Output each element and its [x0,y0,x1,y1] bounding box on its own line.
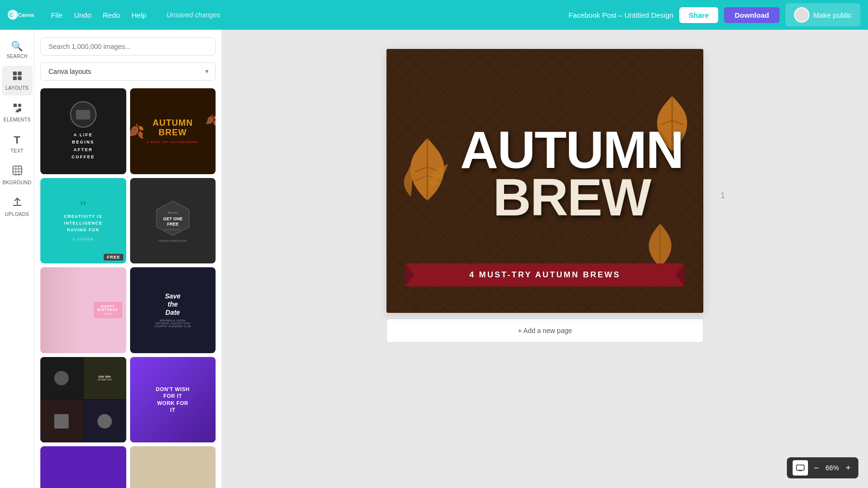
design-title: Facebook Post – Untitled Design [568,11,673,19]
zoom-decrease-button[interactable]: − [812,463,821,473]
svg-rect-7 [13,104,17,107]
svg-rect-11 [13,166,22,175]
presentation-icon[interactable] [793,460,808,476]
svg-rect-3 [13,71,17,75]
search-icon: 🔍 [11,40,23,52]
sidebar-item-label-uploads: UPLOADS [5,212,29,217]
svg-point-8 [18,104,21,107]
zoom-increase-button[interactable]: + [844,463,853,473]
svg-text:Product name here: Product name here [165,228,181,231]
redo-button[interactable]: Redo [98,8,125,22]
make-public-button[interactable]: Make public [785,3,860,26]
share-button[interactable]: Share [679,7,719,23]
layouts-icon [12,71,23,83]
layout-dropdown[interactable]: Canva layouts [40,62,216,81]
template-card[interactable]: A LIFEBEGINSAFTERCOFFEE [40,88,126,174]
sidebar-item-layouts[interactable]: LAYOUTS [2,66,33,95]
sidebar-item-label-elements: ELEMENTS [3,117,30,122]
sidebar-item-text[interactable]: T TEXT [2,129,33,158]
sidebar-item-label-bkground: BKGROUND [2,180,31,185]
page-number: 1 [721,191,725,200]
canvas-design[interactable]: AUTUMN BREW 4 MUST-TRY AUTUMN BREWS [386,49,703,313]
top-nav: File Undo Redo Help [46,8,151,22]
undo-button[interactable]: Undo [69,8,96,22]
canva-logo[interactable]: C Canva [8,8,35,22]
sidebar-item-uploads[interactable]: UPLOADS [2,192,33,222]
svg-text:FREE: FREE [167,222,179,226]
canvas-area: 1 [222,30,868,488]
avatar [794,7,809,23]
leaf-left-decoration [401,129,454,207]
template-card[interactable]: SavetheDate MIRANDA & JASONSATURDAY AUGU… [130,267,216,353]
svg-rect-19 [796,465,804,470]
svg-text:Buy One: Buy One [168,211,178,214]
svg-rect-10 [18,108,21,111]
design-main-text: AUTUMN BREW [460,126,683,221]
svg-rect-5 [13,76,17,80]
layout-dropdown-wrapper: Canva layouts ▼ [40,62,216,81]
search-input[interactable] [40,37,216,56]
sidebar-item-search[interactable]: 🔍 SEARCH [2,36,33,64]
template-card[interactable]: DON'T WISHFOR ITWORK FORIT [130,357,216,443]
zoom-level-display: 66% [825,464,839,472]
sidebar-item-label-layouts: LAYOUTS [5,85,28,91]
brew-text: BREW [460,173,683,221]
unsaved-indicator: Unsaved changes [167,11,220,19]
download-button[interactable]: Download [724,7,780,23]
svg-text:GET ONE: GET ONE [163,216,182,221]
red-banner: 4 MUST-TRY AUTUMN BREWS [406,263,685,286]
template-card[interactable]: Buy One GET ONE FREE Product name here P… [130,178,216,264]
help-menu[interactable]: Help [127,8,151,22]
layouts-panel: Canva layouts ▼ A LIFEBEGINSAFTERCOFFEE … [35,30,222,488]
background-icon [12,165,23,178]
sidebar-item-background[interactable]: BKGROUND [2,160,33,190]
uploads-icon [12,197,23,210]
left-sidebar: 🔍 SEARCH LAYOUTS ELEMENTS T TEXT [0,30,35,488]
free-badge: FREE [104,254,123,261]
svg-rect-6 [18,76,22,80]
sidebar-item-label-search: SEARCH [7,54,27,59]
template-card[interactable]: ALL PROGRESS [40,446,126,488]
template-card[interactable]: AUTUMNBREW A MUST TRY AUTUMN BREW! 🍂 🍂 [130,88,216,174]
svg-rect-4 [18,71,22,75]
elements-icon [12,102,23,115]
canvas-wrapper: 1 [386,49,703,343]
templates-grid: A LIFEBEGINSAFTERCOFFEE AUTUMNBREW A MUS… [40,88,216,488]
sidebar-item-label-text: TEXT [11,148,24,154]
svg-text:Canva: Canva [18,12,34,18]
banner-text: 4 MUST-TRY AUTUMN BREWS [470,270,621,279]
template-card[interactable]: DAY SPAAFTER YOU [40,357,126,443]
template-card[interactable]: " CREATIVITY ISINTELLIGENCEHAVING FUN A.… [40,178,126,264]
svg-text:C: C [10,12,13,18]
sidebar-item-elements[interactable]: ELEMENTS [2,97,33,127]
topbar: C Canva File Undo Redo Help Unsaved chan… [0,0,868,30]
template-card[interactable] [130,446,216,488]
autumn-text: AUTUMN [460,126,683,173]
file-menu[interactable]: File [46,8,67,22]
zoom-controls: − 66% + [787,457,858,478]
add-page-button[interactable]: + Add a new page [386,319,703,343]
text-icon: T [14,134,20,146]
topbar-right: Facebook Post – Untitled Design Share Do… [568,3,860,26]
template-card[interactable]: HAPPY BIRTHDAY SOPHIE [40,267,126,353]
